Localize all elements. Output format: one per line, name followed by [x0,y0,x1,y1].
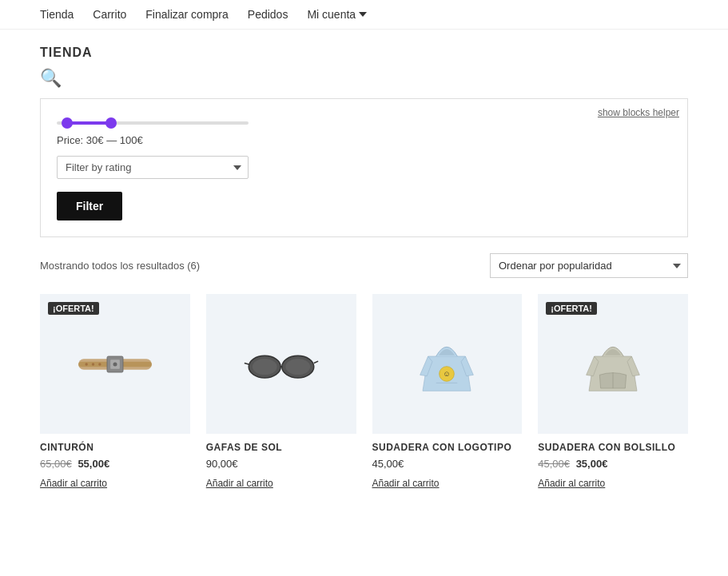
price-single-sudadera-logo: 45,00€ [372,458,404,470]
search-icon[interactable]: 🔍 [40,68,688,89]
svg-point-4 [113,362,117,366]
product-illustration-glasses [241,332,321,396]
product-price-gafas: 90,00€ [206,458,356,470]
add-to-cart-sudadera-bolsillo[interactable]: Añadir al carrito [538,478,605,489]
add-to-cart-gafas[interactable]: Añadir al carrito [206,478,273,489]
product-image-cinturon[interactable]: ¡OFERTA! [40,294,190,434]
product-card-cinturon: ¡OFERTA! CINTURÓN 65,00€ 55,00€ Añad [40,294,190,489]
svg-rect-6 [92,363,94,365]
slider-thumb-right[interactable] [105,117,117,129]
product-image-gafas[interactable] [206,294,356,434]
page-content: TIENDA 🔍 show blocks helper Price: 30€ —… [0,30,728,505]
results-count: Mostrando todos los resultados (6) [40,260,200,272]
nav-carrito[interactable]: Carrito [93,8,126,21]
price-range-label: Price: 30€ — 100€ [57,134,671,146]
product-name-sudadera-logo: SUDADERA CON LOGOTIPO [372,442,523,453]
product-price-sudadera-bolsillo: 45,00€ 35,00€ [538,458,688,470]
badge-oferta-cinturon: ¡OFERTA! [48,302,99,315]
svg-text:☺: ☺ [444,370,452,378]
add-to-cart-cinturon[interactable]: Añadir al carrito [40,478,107,489]
product-illustration-belt [75,332,155,396]
price-slider[interactable] [57,121,671,125]
chevron-down-icon [359,10,367,18]
slider-thumb-left[interactable] [62,117,73,129]
page-title: TIENDA [40,46,688,60]
price-old-cinturon: 65,00€ [40,458,72,470]
price-new-cinturon: 55,00€ [78,458,109,470]
price-new-sudadera-bolsillo: 35,00€ [576,458,608,470]
nav-tienda[interactable]: Tienda [40,8,74,21]
svg-point-13 [252,359,276,375]
nav-pedidos[interactable]: Pedidos [248,8,288,21]
price-old-sudadera-bolsillo: 45,00€ [538,458,570,470]
product-card-gafas: GAFAS DE SOL 90,00€ Añadir al carrito [206,294,356,489]
add-to-cart-sudadera-logo[interactable]: Añadir al carrito [372,478,440,489]
product-name-sudadera-bolsillo: SUDADERA CON BOLSILLO [538,442,688,453]
product-illustration-hoodie-logo: ☺ [407,332,487,396]
show-blocks-helper[interactable]: show blocks helper [598,107,679,118]
results-bar: Mostrando todos los resultados (6) Orden… [40,253,688,278]
product-grid: ¡OFERTA! CINTURÓN 65,00€ 55,00€ Añad [40,294,688,489]
product-card-sudadera-logo: ☺ SUDADERA CON LOGOTIPO 45,00€ Añadir al… [372,294,523,489]
product-image-sudadera-bolsillo[interactable]: ¡OFERTA! [538,294,688,434]
product-price-sudadera-logo: 45,00€ [372,458,523,470]
slider-track [57,121,249,125]
product-image-sudadera-logo[interactable]: ☺ [372,294,523,434]
rating-filter-select[interactable]: Filter by rating 1 star 2 stars 3 stars … [57,156,249,179]
filter-button[interactable]: Filter [57,192,122,220]
svg-rect-5 [85,363,87,365]
nav-mi-cuenta-label: Mi cuenta [307,8,356,21]
svg-point-14 [285,359,310,375]
nav-finalizar[interactable]: Finalizar compra [145,8,228,21]
svg-line-12 [313,361,317,363]
price-single-gafas: 90,00€ [206,458,238,470]
product-price-cinturon: 65,00€ 55,00€ [40,458,190,470]
filter-box: show blocks helper Price: 30€ — 100€ Fil… [40,98,688,237]
badge-oferta-sudadera-bolsillo: ¡OFERTA! [546,302,597,315]
main-nav: Tienda Carrito Finalizar compra Pedidos … [0,0,728,30]
svg-line-11 [244,363,248,364]
product-card-sudadera-bolsillo: ¡OFERTA! SUDADERA CON BOLSILLO [538,294,688,489]
product-illustration-hoodie-pocket [573,332,653,396]
nav-mi-cuenta[interactable]: Mi cuenta [307,8,367,21]
product-name-gafas: GAFAS DE SOL [206,442,356,453]
sort-select[interactable]: Ordenar por popularidad Ordenar por prec… [490,253,688,278]
product-name-cinturon: CINTURÓN [40,442,190,453]
svg-rect-7 [98,363,101,365]
